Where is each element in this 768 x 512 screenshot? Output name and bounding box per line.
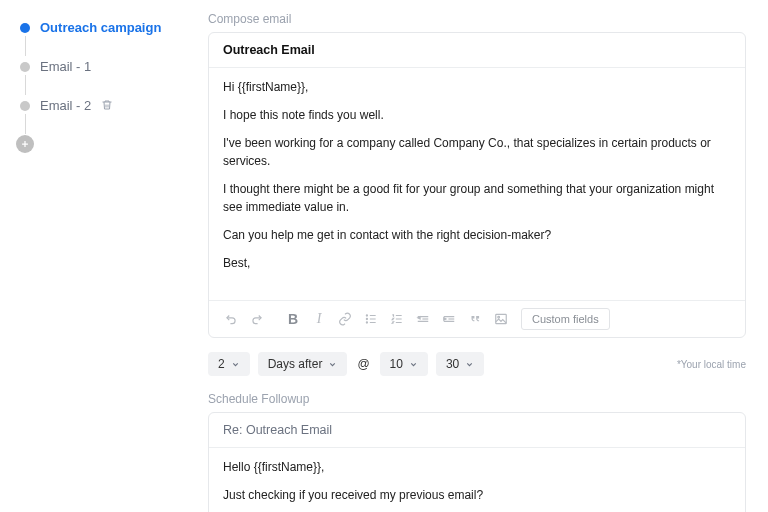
svg-point-1 bbox=[366, 318, 367, 319]
followup-section-label: Schedule Followup bbox=[208, 392, 746, 406]
minute-select[interactable]: 30 bbox=[436, 352, 484, 376]
days-count-value: 2 bbox=[218, 357, 225, 371]
step-outreach-campaign[interactable]: Outreach campaign bbox=[20, 14, 194, 53]
body-paragraph: Best, bbox=[223, 254, 731, 272]
body-paragraph: Hello {{firstName}}, bbox=[223, 458, 731, 476]
step-dot-icon bbox=[20, 23, 30, 33]
hour-select[interactable]: 10 bbox=[380, 352, 428, 376]
indent-icon[interactable] bbox=[437, 307, 461, 331]
body-paragraph: Just checking if you received my previou… bbox=[223, 486, 731, 504]
at-symbol: @ bbox=[355, 357, 371, 371]
undo-icon[interactable] bbox=[219, 307, 243, 331]
step-email-1[interactable]: Email - 1 bbox=[20, 53, 194, 92]
unit-select[interactable]: Days after bbox=[258, 352, 348, 376]
italic-icon[interactable]: I bbox=[307, 307, 331, 331]
followup-subject-field[interactable]: Re: Outreach Email bbox=[209, 413, 745, 448]
image-icon[interactable] bbox=[489, 307, 513, 331]
main-panel: Compose email Outreach Email Hi {{firstN… bbox=[200, 0, 768, 512]
numbered-list-icon[interactable] bbox=[385, 307, 409, 331]
body-paragraph: I've been working for a company called C… bbox=[223, 134, 731, 170]
quote-icon[interactable] bbox=[463, 307, 487, 331]
step-label: Email - 1 bbox=[40, 59, 91, 74]
svg-point-2 bbox=[366, 322, 367, 323]
svg-point-0 bbox=[366, 315, 367, 316]
custom-fields-button[interactable]: Custom fields bbox=[521, 308, 610, 330]
outdent-icon[interactable] bbox=[411, 307, 435, 331]
sidebar: Outreach campaign Email - 1 Email - 2 bbox=[0, 0, 200, 512]
email-body[interactable]: Hi {{firstName}}, I hope this note finds… bbox=[209, 68, 745, 300]
editor-toolbar: B I Custom fields bbox=[209, 300, 745, 337]
bullet-list-icon[interactable] bbox=[359, 307, 383, 331]
link-icon[interactable] bbox=[333, 307, 357, 331]
hour-value: 10 bbox=[390, 357, 403, 371]
unit-label: Days after bbox=[268, 357, 323, 371]
redo-icon[interactable] bbox=[245, 307, 269, 331]
add-step-button[interactable] bbox=[16, 135, 34, 153]
schedule-row: 2 Days after @ 10 30 *Your local time bbox=[208, 352, 746, 376]
days-count-select[interactable]: 2 bbox=[208, 352, 250, 376]
local-time-note: *Your local time bbox=[677, 359, 746, 370]
subject-field[interactable]: Outreach Email bbox=[209, 33, 745, 68]
followup-card: Re: Outreach Email Hello {{firstName}}, … bbox=[208, 412, 746, 512]
trash-icon[interactable] bbox=[101, 99, 113, 112]
step-email-2[interactable]: Email - 2 bbox=[20, 92, 194, 131]
body-paragraph: I hope this note finds you well. bbox=[223, 106, 731, 124]
bold-icon[interactable]: B bbox=[281, 307, 305, 331]
step-label: Outreach campaign bbox=[40, 20, 161, 35]
compose-section-label: Compose email bbox=[208, 12, 746, 26]
svg-point-4 bbox=[498, 316, 500, 318]
body-paragraph: I thought there might be a good fit for … bbox=[223, 180, 731, 216]
body-paragraph: Hi {{firstName}}, bbox=[223, 78, 731, 96]
step-dot-icon bbox=[20, 101, 30, 111]
step-dot-icon bbox=[20, 62, 30, 72]
minute-value: 30 bbox=[446, 357, 459, 371]
body-paragraph: Can you help me get in contact with the … bbox=[223, 226, 731, 244]
compose-card: Outreach Email Hi {{firstName}}, I hope … bbox=[208, 32, 746, 338]
step-label: Email - 2 bbox=[40, 98, 91, 113]
followup-body[interactable]: Hello {{firstName}}, Just checking if yo… bbox=[209, 448, 745, 512]
